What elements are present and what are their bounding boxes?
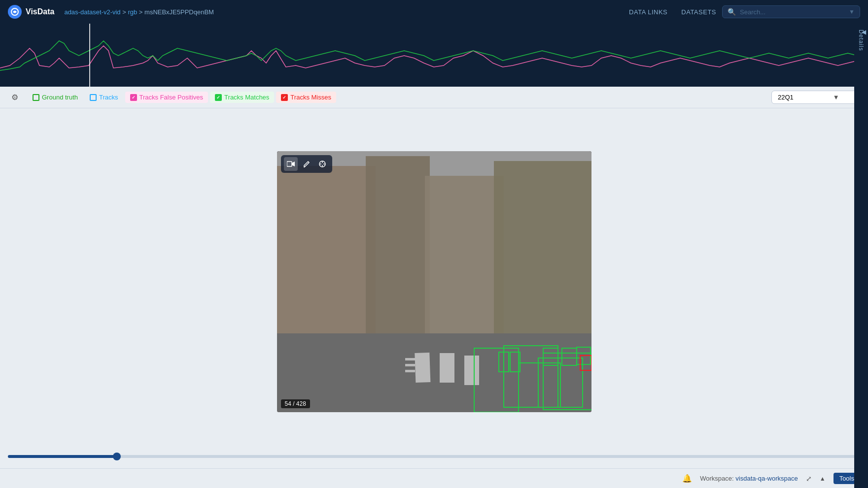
nav-datasets[interactable]: DATASETS (681, 8, 716, 16)
svg-rect-6 (494, 161, 591, 338)
legend-tracks-fp-label: Tracks False Positives (139, 94, 204, 101)
side-panel-arrow[interactable]: ◀ (862, 29, 866, 35)
legend-bar: ⚙ Ground truth Tracks ✓ Tracks False Pos… (0, 87, 868, 108)
topnav: VisData adas-dataset-v2-vid > rgb > msNE… (0, 0, 868, 24)
street-scene-svg (277, 151, 591, 412)
video-container: 54 / 428 (277, 151, 591, 412)
svg-rect-26 (287, 162, 292, 166)
legend-ground-truth[interactable]: Ground truth (28, 92, 83, 103)
video-mode-button[interactable] (284, 157, 298, 171)
legend-tracks-matches-label: Tracks Matches (224, 94, 269, 101)
workspace-label: Workspace: visdata-qa-workspace (700, 475, 798, 482)
breadcrumb-sample: msNEBxJE5PPDqenBM (144, 8, 214, 16)
topnav-nav: DATA LINKS DATASETS (629, 8, 716, 16)
settings-button[interactable]: ⚙ (8, 91, 22, 104)
svg-rect-12 (405, 364, 415, 366)
tracks-misses-checkbox[interactable]: ✓ (281, 94, 288, 101)
breadcrumb-channel[interactable]: rgb (128, 8, 137, 16)
playback-fill (8, 455, 114, 458)
version-dropdown-icon: ▼ (833, 94, 839, 101)
svg-rect-8 (415, 352, 430, 382)
legend-tracks[interactable]: Tracks (85, 92, 123, 103)
svg-rect-4 (366, 156, 430, 343)
legend-tracks-misses-label: Tracks Misses (290, 94, 331, 101)
tracks-fp-checkbox[interactable]: ✓ (130, 94, 137, 101)
logo-icon (8, 5, 22, 19)
nav-data-links[interactable]: DATA LINKS (629, 8, 667, 16)
side-panel[interactable]: ◀ Details (854, 24, 868, 488)
svg-rect-13 (405, 370, 415, 372)
tracks-matches-checkbox[interactable]: ✓ (215, 94, 222, 101)
bell-icon[interactable]: 🔔 (682, 474, 692, 483)
legend-tracks-label: Tracks (99, 94, 118, 101)
status-bar: 🔔 Workspace: visdata-qa-workspace ⤢ ▲ To… (0, 468, 868, 488)
search-box[interactable]: 🔍 ▼ (722, 5, 860, 18)
svg-rect-5 (425, 176, 504, 343)
svg-rect-10 (464, 356, 479, 385)
svg-rect-9 (440, 353, 454, 383)
tools-label: Tools (839, 475, 854, 482)
compass-tool-button[interactable] (315, 157, 329, 171)
svg-marker-27 (292, 162, 295, 166)
search-dropdown-icon[interactable]: ▼ (849, 8, 855, 15)
search-input[interactable] (740, 8, 845, 16)
search-icon: 🔍 (728, 8, 736, 16)
expand-label[interactable]: ▲ (820, 475, 826, 482)
timeline-svg (0, 24, 868, 87)
version-value: 22Q1 (778, 94, 794, 101)
playback-thumb[interactable] (113, 453, 121, 460)
svg-rect-3 (277, 166, 376, 338)
legend-tracks-misses[interactable]: ✓ Tracks Misses (276, 92, 336, 103)
breadcrumb: adas-dataset-v2-vid > rgb > msNEBxJE5PPD… (64, 8, 214, 16)
breadcrumb-dataset[interactable]: adas-dataset-v2-vid (64, 8, 120, 16)
ground-truth-checkbox[interactable] (33, 94, 39, 101)
pencil-tool-button[interactable] (300, 157, 313, 171)
timeline-chart[interactable] (0, 24, 868, 87)
workspace-name: visdata-qa-workspace (735, 475, 798, 482)
version-dropdown[interactable]: 22Q1 ▼ (771, 91, 860, 104)
app-name: VisData (26, 7, 54, 16)
playback-bar (0, 445, 868, 468)
legend-tracks-false-positives[interactable]: ✓ Tracks False Positives (125, 92, 208, 103)
app-logo[interactable]: VisData (8, 5, 54, 19)
playback-track[interactable] (8, 455, 860, 458)
video-toolbar (281, 155, 332, 173)
breadcrumb-sep2: > (139, 8, 144, 16)
frame-counter: 54 / 428 (281, 399, 310, 408)
main-content: 54 / 428 (0, 108, 868, 445)
breadcrumb-sep1: > (122, 8, 128, 16)
legend-tracks-matches[interactable]: ✓ Tracks Matches (210, 92, 274, 103)
svg-rect-11 (405, 358, 415, 360)
tracks-checkbox[interactable] (90, 94, 97, 101)
legend-ground-truth-label: Ground truth (42, 94, 78, 101)
expand-icon[interactable]: ⤢ (806, 475, 812, 483)
